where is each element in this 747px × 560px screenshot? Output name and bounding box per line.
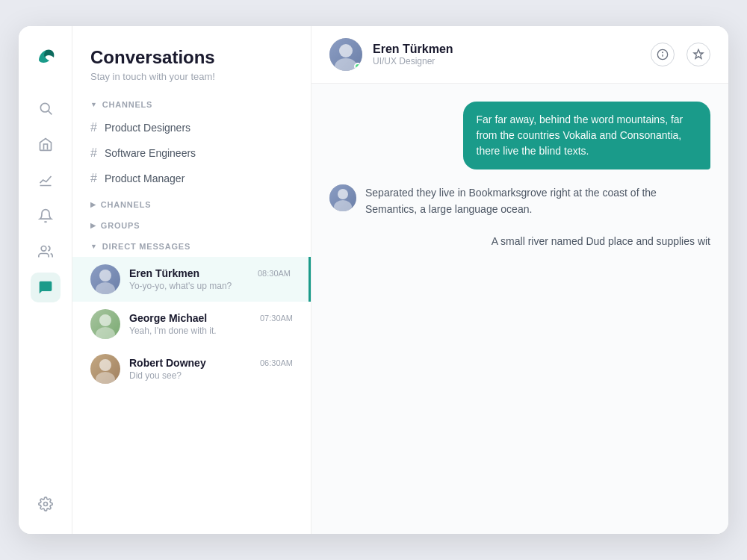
dm-time-eren: 08:30AM — [258, 269, 291, 278]
chat-panel: Eren Türkmen UI/UX Designer — [311, 26, 728, 534]
svg-point-9 — [99, 359, 111, 371]
channels-1-chevron: ▼ — [90, 101, 98, 108]
dm-preview-george: Yeah, I'm done with it. — [129, 326, 293, 336]
dm-item-eren[interactable]: Eren Türkmen 08:30AM Yo-yo-yo, what's up… — [72, 257, 311, 302]
svg-point-8 — [96, 327, 115, 339]
dm-time-george: 07:30AM — [260, 314, 293, 323]
received-text-1: Separated they live in Bookmarksgrove ri… — [365, 184, 659, 218]
dm-preview-eren: Yo-yo-yo, what's up man? — [129, 281, 291, 291]
dm-item-george[interactable]: George Michael 07:30AM Yeah, I'm done wi… — [72, 302, 311, 346]
channels-2-label: CHANNELS — [101, 200, 152, 209]
recv-avatar-1 — [329, 184, 356, 211]
pin-button[interactable] — [686, 43, 710, 66]
svg-point-7 — [99, 314, 111, 326]
channels-2-chevron: ▶ — [90, 201, 96, 208]
chat-contact-role: UI/UX Designer — [373, 56, 640, 66]
home-nav-icon[interactable] — [31, 129, 61, 159]
dm-avatar-robert — [90, 354, 120, 384]
dm-section-header[interactable]: ▼ DIRECT MESSAGES — [72, 236, 311, 257]
svg-point-6 — [96, 282, 115, 294]
conversations-list: ▼ CHANNELS # Product Designers # Softwar… — [72, 94, 311, 534]
svg-line-1 — [48, 111, 52, 115]
channel-name-2: Software Engineers — [105, 147, 196, 159]
channel-name-3: Product Manager — [105, 172, 185, 184]
logo-area — [31, 41, 60, 72]
svg-point-4 — [43, 503, 47, 506]
app-container: Conversations Stay in touch with your te… — [19, 26, 728, 534]
dm-time-robert: 06:30AM — [260, 358, 293, 367]
notifications-nav-icon[interactable] — [31, 201, 61, 231]
dm-name-george: George Michael — [129, 312, 207, 324]
groups-section-header[interactable]: ▶ GROUPS — [72, 215, 311, 236]
chat-contact-avatar — [329, 38, 362, 71]
svg-point-16 — [338, 189, 348, 199]
bubble-sent-1: Far far away, behind the word mountains,… — [463, 102, 711, 169]
dm-name-robert: Robert Downey — [129, 357, 206, 369]
dm-label: DIRECT MESSAGES — [102, 242, 190, 251]
svg-point-3 — [41, 246, 46, 252]
analytics-nav-icon[interactable] — [31, 165, 61, 195]
conversations-title: Conversations — [90, 47, 293, 68]
message-sent-1: Far far away, behind the word mountains,… — [329, 102, 710, 169]
dm-info-eren: Eren Türkmen 08:30AM Yo-yo-yo, what's up… — [129, 267, 291, 291]
messages-area: Far far away, behind the word mountains,… — [311, 84, 728, 534]
hash-icon-3: # — [90, 172, 97, 185]
settings-nav-icon[interactable] — [31, 489, 61, 519]
channels-section-2-header[interactable]: ▶ CHANNELS — [72, 194, 311, 215]
conversations-panel: Conversations Stay in touch with your te… — [72, 26, 311, 534]
dm-preview-robert: Did you see? — [129, 370, 293, 381]
chat-header-actions — [651, 43, 710, 66]
svg-point-5 — [99, 270, 111, 281]
hash-icon-1: # — [90, 121, 97, 134]
groups-label: GROUPS — [101, 221, 140, 230]
search-nav-icon[interactable] — [31, 93, 61, 123]
team-nav-icon[interactable] — [31, 237, 61, 267]
online-status-dot — [354, 63, 362, 70]
chat-header-info: Eren Türkmen UI/UX Designer — [373, 43, 640, 66]
dm-avatar-george — [90, 309, 120, 339]
channels-1-label: CHANNELS — [102, 100, 153, 109]
svg-point-17 — [334, 200, 352, 211]
chat-header: Eren Türkmen UI/UX Designer — [311, 26, 728, 84]
chat-contact-name: Eren Türkmen — [373, 43, 640, 56]
channel-product-designers[interactable]: # Product Designers — [72, 115, 311, 140]
channel-software-engineers[interactable]: # Software Engineers — [72, 140, 311, 166]
svg-point-11 — [339, 44, 353, 57]
info-button[interactable] — [651, 43, 675, 66]
message-received-2: A small river named Dud place and suppli… — [329, 233, 710, 249]
svg-point-10 — [96, 372, 115, 384]
dm-item-robert[interactable]: Robert Downey 06:30AM Did you see? — [72, 346, 311, 391]
conversations-header: Conversations Stay in touch with your te… — [72, 26, 311, 94]
icon-sidebar — [19, 26, 72, 534]
conversations-subtitle: Stay in touch with your team! — [90, 71, 293, 82]
message-received-1: Separated they live in Bookmarksgrove ri… — [329, 184, 710, 218]
dm-chevron: ▼ — [90, 243, 98, 250]
dm-info-george: George Michael 07:30AM Yeah, I'm done wi… — [129, 312, 293, 336]
dm-avatar-eren — [90, 264, 120, 294]
chat-nav-icon[interactable] — [31, 273, 61, 302]
svg-point-0 — [40, 103, 49, 112]
received-text-2: A small river named Dud place and suppli… — [492, 233, 710, 249]
hash-icon-2: # — [90, 146, 97, 160]
groups-chevron: ▶ — [90, 222, 96, 229]
dm-name-eren: Eren Türkmen — [129, 267, 199, 279]
dm-info-robert: Robert Downey 06:30AM Did you see? — [129, 357, 293, 381]
channels-section-1-header[interactable]: ▼ CHANNELS — [72, 94, 311, 115]
channel-name-1: Product Designers — [105, 122, 190, 134]
channel-product-manager[interactable]: # Product Manager — [72, 166, 311, 191]
